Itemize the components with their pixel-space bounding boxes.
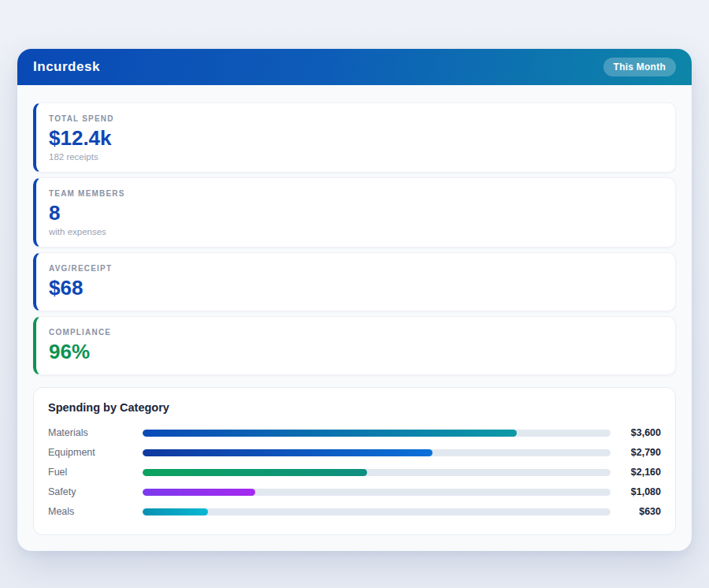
app-header: Incurdesk This Month [17,49,692,85]
stat-card-total-spend: TOTAL SPEND $12.4k 182 receipts [33,102,676,173]
chart-row-meals: Meals $630 [48,502,661,522]
stat-card-avg-receipt: AVG/RECEIPT $68 [33,252,676,311]
category-label: Equipment [48,447,143,458]
stat-label: TOTAL SPEND [49,114,663,123]
stat-value: 96% [49,341,663,364]
stat-card-compliance: COMPLIANCE 96% [33,316,676,375]
stat-label: COMPLIANCE [49,328,663,337]
spending-by-category-card: Spending by Category Materials $3,600 Eq… [33,387,676,535]
category-value: $630 [611,506,661,517]
bar-fill-equipment [143,449,432,456]
chart-row-safety: Safety $1,080 [48,482,661,502]
bar-track [143,469,611,476]
stat-label: AVG/RECEIPT [49,264,663,273]
stat-caption: with expenses [49,227,663,236]
category-value: $1,080 [611,486,661,497]
category-value: $2,790 [611,447,661,458]
stat-caption: 182 receipts [49,152,663,162]
period-badge[interactable]: This Month [603,58,676,76]
bar-track [143,508,611,515]
category-value: $3,600 [611,427,661,438]
category-label: Meals [48,506,143,517]
bar-fill-fuel [143,469,367,476]
bar-fill-safety [143,489,255,496]
category-label: Safety [48,486,143,497]
category-label: Fuel [48,467,143,478]
stat-value: 8 [49,202,663,225]
chart-row-equipment: Equipment $2,790 [48,443,661,463]
bar-track [143,489,611,496]
category-label: Materials [48,427,143,438]
stat-value: $12.4k [49,127,663,151]
app-title: Incurdesk [33,59,100,75]
dashboard-panel: Incurdesk This Month TOTAL SPEND $12.4k … [17,49,692,551]
stat-value: $68 [49,277,663,300]
category-value: $2,160 [611,467,661,478]
stat-card-team-members: TEAM MEMBERS 8 with expenses [33,177,676,247]
bar-fill-materials [143,430,517,437]
dashboard-content: TOTAL SPEND $12.4k 182 receipts TEAM MEM… [17,85,692,551]
bar-fill-meals [143,508,208,515]
chart-row-fuel: Fuel $2,160 [48,463,661,482]
bar-track [143,430,611,437]
stat-label: TEAM MEMBERS [49,189,663,198]
bar-track [143,449,611,456]
chart-row-materials: Materials $3,600 [48,423,661,443]
chart-title: Spending by Category [48,401,661,414]
